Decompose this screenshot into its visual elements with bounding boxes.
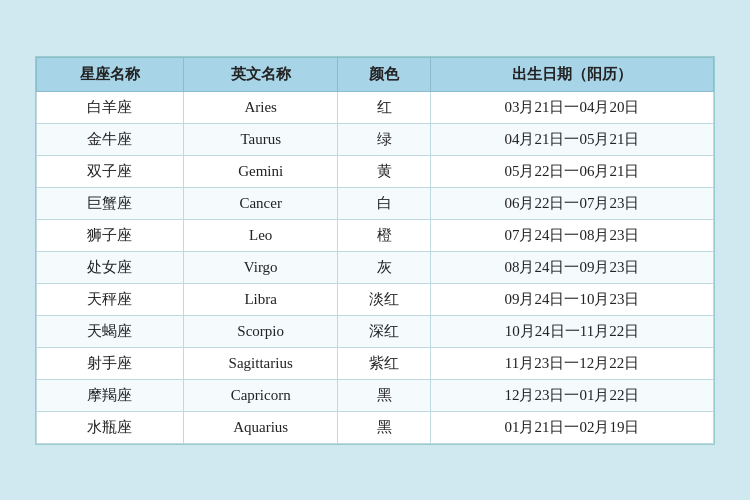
- table-cell-0-2: 红: [338, 91, 431, 123]
- header-col-2: 颜色: [338, 57, 431, 91]
- table-cell-8-3: 11月23日一12月22日: [430, 347, 713, 379]
- table-cell-2-3: 05月22日一06月21日: [430, 155, 713, 187]
- table-cell-1-3: 04月21日一05月21日: [430, 123, 713, 155]
- table-cell-7-3: 10月24日一11月22日: [430, 315, 713, 347]
- table-cell-1-1: Taurus: [183, 123, 338, 155]
- table-cell-9-2: 黑: [338, 379, 431, 411]
- table-cell-9-0: 摩羯座: [37, 379, 184, 411]
- table-cell-1-0: 金牛座: [37, 123, 184, 155]
- table-cell-0-0: 白羊座: [37, 91, 184, 123]
- table-cell-7-1: Scorpio: [183, 315, 338, 347]
- table-cell-6-1: Libra: [183, 283, 338, 315]
- table-cell-9-1: Capricorn: [183, 379, 338, 411]
- table-cell-4-1: Leo: [183, 219, 338, 251]
- table-cell-3-0: 巨蟹座: [37, 187, 184, 219]
- table-cell-10-2: 黑: [338, 411, 431, 443]
- table-header-row: 星座名称英文名称颜色出生日期（阳历）: [37, 57, 714, 91]
- header-col-1: 英文名称: [183, 57, 338, 91]
- table-cell-3-1: Cancer: [183, 187, 338, 219]
- table-cell-0-1: Aries: [183, 91, 338, 123]
- table-row: 天秤座Libra淡红09月24日一10月23日: [37, 283, 714, 315]
- table-cell-5-0: 处女座: [37, 251, 184, 283]
- table-cell-1-2: 绿: [338, 123, 431, 155]
- table-row: 射手座Sagittarius紫红11月23日一12月22日: [37, 347, 714, 379]
- table-cell-2-1: Gemini: [183, 155, 338, 187]
- table-cell-3-2: 白: [338, 187, 431, 219]
- table-cell-10-0: 水瓶座: [37, 411, 184, 443]
- table-cell-4-0: 狮子座: [37, 219, 184, 251]
- table-row: 金牛座Taurus绿04月21日一05月21日: [37, 123, 714, 155]
- table-row: 处女座Virgo灰08月24日一09月23日: [37, 251, 714, 283]
- header-col-0: 星座名称: [37, 57, 184, 91]
- table-row: 巨蟹座Cancer白06月22日一07月23日: [37, 187, 714, 219]
- table-cell-6-2: 淡红: [338, 283, 431, 315]
- table-cell-7-2: 深红: [338, 315, 431, 347]
- table-row: 白羊座Aries红03月21日一04月20日: [37, 91, 714, 123]
- table-cell-4-2: 橙: [338, 219, 431, 251]
- header-col-3: 出生日期（阳历）: [430, 57, 713, 91]
- table-row: 双子座Gemini黄05月22日一06月21日: [37, 155, 714, 187]
- table-cell-5-2: 灰: [338, 251, 431, 283]
- table-cell-8-2: 紫红: [338, 347, 431, 379]
- table-cell-4-3: 07月24日一08月23日: [430, 219, 713, 251]
- table-cell-10-3: 01月21日一02月19日: [430, 411, 713, 443]
- table-row: 天蝎座Scorpio深红10月24日一11月22日: [37, 315, 714, 347]
- table-cell-3-3: 06月22日一07月23日: [430, 187, 713, 219]
- table-cell-10-1: Aquarius: [183, 411, 338, 443]
- table-cell-5-1: Virgo: [183, 251, 338, 283]
- table-row: 狮子座Leo橙07月24日一08月23日: [37, 219, 714, 251]
- table-cell-7-0: 天蝎座: [37, 315, 184, 347]
- table-cell-5-3: 08月24日一09月23日: [430, 251, 713, 283]
- table-body: 白羊座Aries红03月21日一04月20日金牛座Taurus绿04月21日一0…: [37, 91, 714, 443]
- zodiac-table: 星座名称英文名称颜色出生日期（阳历） 白羊座Aries红03月21日一04月20…: [36, 57, 714, 444]
- table-cell-8-0: 射手座: [37, 347, 184, 379]
- table-cell-9-3: 12月23日一01月22日: [430, 379, 713, 411]
- table-row: 水瓶座Aquarius黑01月21日一02月19日: [37, 411, 714, 443]
- table-cell-2-0: 双子座: [37, 155, 184, 187]
- table-cell-6-3: 09月24日一10月23日: [430, 283, 713, 315]
- zodiac-table-wrapper: 星座名称英文名称颜色出生日期（阳历） 白羊座Aries红03月21日一04月20…: [35, 56, 715, 445]
- table-cell-2-2: 黄: [338, 155, 431, 187]
- table-cell-6-0: 天秤座: [37, 283, 184, 315]
- table-cell-8-1: Sagittarius: [183, 347, 338, 379]
- table-row: 摩羯座Capricorn黑12月23日一01月22日: [37, 379, 714, 411]
- table-cell-0-3: 03月21日一04月20日: [430, 91, 713, 123]
